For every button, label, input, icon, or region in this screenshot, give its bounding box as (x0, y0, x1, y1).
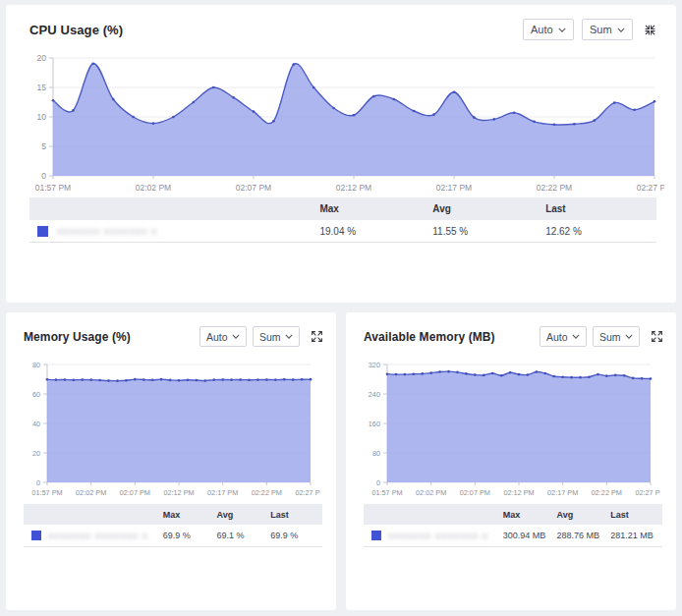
svg-text:02:17 PM: 02:17 PM (436, 183, 472, 193)
svg-text:160: 160 (369, 420, 380, 428)
table-row[interactable]: ●●●●●●● ●●●●●●● ● 19.04 % 11.55 % 12.62 … (29, 220, 656, 243)
header-last: Last (543, 203, 656, 214)
table-row[interactable]: ●●●●●●● ●●●●●●● ● 300.94 MB 288.76 MB 28… (364, 525, 662, 547)
max-value: 300.94 MB (501, 531, 555, 540)
aggregation-select[interactable]: Sum (582, 19, 633, 40)
chevron-down-icon (572, 334, 580, 339)
stats-table: Max Avg Last ●●●●●●● ●●●●●●● ● 69.9 % 69… (24, 504, 322, 547)
svg-text:5: 5 (41, 141, 46, 151)
interval-select[interactable]: Auto (540, 326, 587, 347)
svg-text:02:02 PM: 02:02 PM (76, 488, 106, 497)
avg-value: 288.76 MB (555, 531, 609, 540)
svg-text:02:12 PM: 02:12 PM (336, 183, 371, 193)
aggregation-select[interactable]: Sum (593, 326, 640, 347)
series-name: ●●●●●●● ●●●●●●● ● (57, 227, 157, 236)
panel-controls: Auto Sum (194, 326, 323, 347)
panel-header: Available Memory (MB) Auto Sum (346, 312, 676, 347)
chevron-down-icon (558, 28, 566, 32)
chevron-down-icon (625, 334, 633, 339)
svg-text:02:07 PM: 02:07 PM (236, 183, 271, 193)
svg-text:02:02 PM: 02:02 PM (416, 488, 446, 497)
series-name: ●●●●●●● ●●●●●●● ● (48, 532, 148, 540)
max-value: 69.9 % (161, 531, 215, 540)
aggregation-select-value: Sum (590, 24, 612, 35)
series-cell: ●●●●●●● ●●●●●●● ● (24, 531, 161, 540)
panel-header: CPU Usage (%) Auto Sum (6, 5, 676, 40)
avg-value: 69.1 % (215, 531, 269, 540)
last-value: 281.21 MB (608, 531, 662, 540)
chart-container: 0510152001:57 PM02:02 PM02:07 PM02:12 PM… (18, 46, 668, 194)
collapse-icon (644, 24, 656, 36)
area-chart[interactable]: 0510152001:57 PM02:02 PM02:07 PM02:12 PM… (18, 46, 664, 194)
svg-text:240: 240 (369, 390, 380, 399)
svg-text:80: 80 (372, 449, 380, 458)
svg-text:02:12 PM: 02:12 PM (503, 488, 534, 497)
table-row[interactable]: ●●●●●●● ●●●●●●● ● 69.9 % 69.1 % 69.9 % (24, 525, 322, 547)
panel-header: Memory Usage (%) Auto Sum (6, 312, 336, 347)
area-chart[interactable]: 08016024032001:57 PM02:02 PM02:07 PM02:1… (358, 355, 660, 498)
header-avg: Avg (430, 203, 543, 214)
stats-table: Max Avg Last ●●●●●●● ●●●●●●● ● 300.94 MB… (364, 504, 662, 547)
svg-text:01:57 PM: 01:57 PM (371, 488, 402, 497)
interval-select[interactable]: Auto (523, 19, 574, 40)
svg-text:02:17 PM: 02:17 PM (547, 488, 578, 497)
series-color-swatch (371, 531, 381, 540)
svg-text:02:27 PM: 02:27 PM (637, 183, 664, 193)
header-avg: Avg (215, 510, 269, 520)
svg-text:80: 80 (32, 361, 40, 369)
chevron-down-icon (232, 334, 240, 339)
svg-text:20: 20 (37, 53, 47, 63)
svg-text:02:12 PM: 02:12 PM (163, 488, 194, 497)
svg-text:0: 0 (41, 171, 46, 181)
svg-text:40: 40 (32, 420, 40, 428)
panel-title: Memory Usage (%) (24, 330, 131, 344)
header-max: Max (161, 510, 215, 520)
interval-select[interactable]: Auto (199, 326, 247, 347)
svg-text:02:27 PM: 02:27 PM (295, 488, 320, 497)
max-value: 19.04 % (317, 226, 430, 237)
svg-text:60: 60 (32, 390, 40, 399)
panel-title: Available Memory (MB) (364, 330, 495, 344)
chevron-down-icon (617, 28, 625, 32)
last-value: 12.62 % (543, 226, 656, 237)
interval-select-value: Auto (531, 24, 553, 35)
chevron-down-icon (285, 334, 293, 339)
svg-text:02:22 PM: 02:22 PM (537, 183, 572, 193)
panel-title: CPU Usage (%) (29, 23, 123, 37)
area-chart[interactable]: 02040608001:57 PM02:02 PM02:07 PM02:12 P… (18, 355, 320, 498)
expand-button[interactable] (651, 330, 663, 343)
available-memory-panel: Available Memory (MB) Auto Sum 080160240… (346, 312, 676, 610)
expand-button[interactable] (311, 330, 323, 343)
stats-table-header: Max Avg Last (24, 504, 322, 525)
header-last: Last (608, 510, 662, 520)
header-max: Max (317, 203, 430, 214)
panel-controls: Auto Sum (534, 326, 663, 347)
svg-text:0: 0 (36, 478, 40, 487)
interval-select-value: Auto (206, 331, 228, 343)
svg-text:02:27 PM: 02:27 PM (635, 488, 660, 497)
stats-table-header: Max Avg Last (29, 197, 656, 220)
chart-container: 02040608001:57 PM02:02 PM02:07 PM02:12 P… (18, 355, 330, 498)
cpu-usage-panel: CPU Usage (%) Auto Sum 0510152001:57 PM0… (6, 5, 676, 303)
svg-text:02:17 PM: 02:17 PM (207, 488, 238, 497)
header-max: Max (501, 510, 555, 520)
svg-text:02:22 PM: 02:22 PM (592, 488, 622, 497)
series-cell: ●●●●●●● ●●●●●●● ● (29, 226, 317, 237)
stats-table-header: Max Avg Last (364, 504, 662, 525)
svg-text:0: 0 (376, 478, 380, 487)
svg-text:15: 15 (37, 83, 47, 92)
header-last: Last (268, 510, 322, 520)
svg-text:01:57 PM: 01:57 PM (35, 183, 71, 193)
aggregation-select-value: Sum (259, 331, 281, 343)
aggregation-select[interactable]: Sum (253, 326, 300, 347)
header-avg: Avg (555, 510, 609, 520)
svg-text:02:07 PM: 02:07 PM (460, 488, 490, 497)
panel-controls: Auto Sum (515, 19, 656, 40)
series-color-swatch (37, 226, 48, 237)
series-color-swatch (31, 531, 41, 540)
series-name: ●●●●●●● ●●●●●●● ● (388, 532, 488, 540)
collapse-button[interactable] (644, 24, 656, 36)
expand-icon (651, 330, 663, 343)
aggregation-select-value: Sum (599, 331, 621, 343)
svg-text:320: 320 (369, 361, 380, 369)
